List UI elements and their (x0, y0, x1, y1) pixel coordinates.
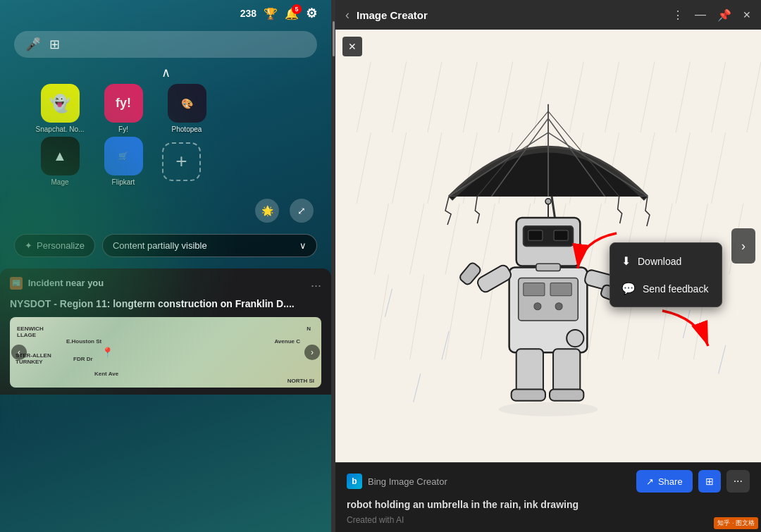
download-menu-item[interactable]: ⬇ Download (610, 247, 722, 275)
svg-rect-65 (476, 264, 513, 294)
svg-line-79 (414, 373, 421, 402)
svg-line-35 (410, 274, 424, 359)
share-button[interactable]: ↗ Share (636, 470, 693, 493)
svg-rect-61 (554, 230, 568, 240)
svg-line-9 (676, 61, 690, 132)
feedback-icon: 💬 (621, 282, 636, 295)
svg-line-12 (357, 132, 371, 204)
close-button[interactable]: ✕ (743, 9, 751, 20)
settings-icon[interactable] (306, 6, 317, 21)
svg-line-3 (463, 61, 477, 132)
background-image (0, 0, 331, 532)
svg-line-4 (499, 61, 513, 132)
svg-rect-72 (512, 390, 545, 401)
map-next-button[interactable]: › (304, 345, 320, 360)
map-label-ehouston: E.Houston St (66, 338, 101, 345)
svg-rect-54 (524, 283, 545, 296)
svg-line-36 (445, 274, 459, 359)
svg-line-7 (605, 61, 619, 132)
status-bar: 238 5 (0, 0, 331, 24)
image-close-button[interactable]: ✕ (342, 37, 362, 56)
more-options-button[interactable]: ⋮ (672, 8, 683, 22)
count-label: 238 (240, 8, 256, 19)
svg-rect-71 (553, 349, 580, 395)
svg-point-56 (534, 303, 541, 310)
scrollbar-handle[interactable] (333, 21, 335, 56)
svg-line-11 (747, 61, 761, 132)
svg-line-8 (641, 61, 655, 132)
bing-logo: b (347, 474, 362, 489)
add-icon: ⊞ (705, 476, 714, 487)
svg-line-14 (428, 132, 442, 204)
map-label-kent: Kent Ave (94, 371, 118, 377)
pin-button[interactable]: 📌 (717, 8, 731, 22)
creator-info: b Bing Image Creator (347, 474, 447, 489)
context-menu: ⬇ Download 💬 Send feedback (610, 242, 722, 307)
svg-line-78 (683, 310, 690, 338)
action-buttons: ↗ Share ⊞ ··· (636, 470, 750, 493)
svg-line-26 (481, 204, 495, 275)
bottom-bar: b Bing Image Creator ↗ Share ⊞ ··· robot… (335, 462, 761, 532)
title-left: ‹ Image Creator (345, 8, 428, 23)
svg-line-25 (445, 204, 459, 275)
map-nav-arrows: ‹ › (10, 345, 321, 360)
map-label-ave: Avenue C (274, 338, 300, 345)
more-button[interactable]: ··· (726, 470, 750, 493)
svg-line-29 (587, 204, 601, 275)
add-button[interactable]: ⊞ (698, 470, 721, 493)
minimize-button[interactable]: — (695, 8, 706, 21)
download-icon: ⬇ (621, 254, 631, 268)
more-icon: ··· (734, 475, 743, 487)
back-button[interactable]: ‹ (345, 8, 349, 23)
svg-line-6 (569, 61, 583, 132)
image-caption: robot holding an umbrella in the rain, i… (347, 498, 750, 512)
image-area: ✕ › ⬇ Download 💬 Send feedback (335, 30, 761, 462)
svg-line-10 (712, 61, 726, 132)
svg-line-0 (357, 61, 371, 132)
next-image-button[interactable]: › (731, 228, 755, 264)
svg-line-22 (712, 132, 726, 204)
trophy-icon (264, 7, 278, 20)
svg-line-24 (410, 204, 424, 275)
map-label-greenwich: EENWICHLLAGE (17, 326, 44, 338)
map-label-n: N (307, 326, 311, 332)
svg-line-23 (374, 204, 388, 275)
svg-point-63 (545, 199, 551, 204)
creator-name: Bing Image Creator (368, 476, 447, 487)
window-title: Image Creator (357, 9, 428, 21)
svg-rect-70 (516, 349, 543, 395)
svg-line-13 (392, 132, 407, 204)
title-bar: ‹ Image Creator ⋮ — 📌 ✕ (335, 0, 761, 30)
created-with-label: Created with AI (347, 515, 750, 525)
svg-point-74 (499, 402, 598, 416)
right-panel: ‹ Image Creator ⋮ — 📌 ✕ (335, 0, 761, 532)
creator-row: b Bing Image Creator ↗ Share ⊞ ··· (347, 470, 750, 493)
svg-point-67 (567, 330, 583, 347)
feedback-menu-item[interactable]: 💬 Send feedback (610, 275, 722, 302)
map-prev-button[interactable]: ‹ (11, 345, 27, 360)
svg-line-2 (428, 61, 442, 132)
svg-line-21 (676, 132, 690, 204)
news-map: EENWICHLLAGE STER-ALLENTURNKEY N NORTH S… (10, 317, 321, 388)
svg-point-57 (555, 303, 562, 310)
notification-badge: 5 (292, 4, 302, 14)
title-right: ⋮ — 📌 ✕ (672, 8, 751, 22)
notification-bell[interactable]: 5 (285, 7, 299, 20)
svg-rect-73 (550, 390, 583, 401)
map-label-north: NORTH SI (287, 378, 314, 384)
svg-line-1 (392, 61, 407, 132)
svg-rect-55 (550, 283, 571, 296)
svg-rect-60 (528, 230, 543, 240)
svg-line-34 (374, 274, 388, 359)
svg-rect-64 (536, 264, 560, 271)
svg-line-75 (385, 289, 392, 317)
svg-line-80 (719, 345, 726, 373)
left-panel: 238 5 ∧ 👻 Snapchat. No... fy! Fy! 🎨 Phot… (0, 0, 331, 532)
share-icon: ↗ (646, 476, 654, 487)
watermark: 知乎 · 图文格 (714, 517, 758, 529)
